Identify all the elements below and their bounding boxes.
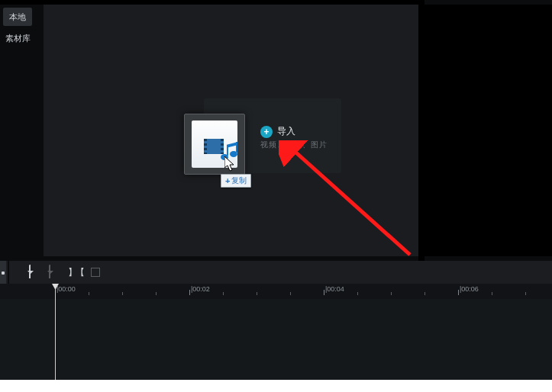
plus-icon: +	[225, 176, 230, 185]
split-button[interactable]: 】【	[66, 262, 86, 282]
media-pane[interactable]: + 导入 视频、音频、图片	[44, 5, 418, 256]
square-icon	[91, 268, 100, 277]
tick-major	[458, 290, 459, 295]
track-area[interactable]	[0, 299, 552, 380]
time-ruler[interactable]: |00:00|00:02|00:04|00:06	[0, 284, 552, 299]
editor-pane: 本地 素材库 + 导入 视频、音频、图片	[0, 0, 552, 261]
import-sublabel: 视频、音频、图片	[260, 140, 328, 150]
drag-copy-tooltip: + 复制	[221, 174, 251, 188]
sidebar-tab-label: 本地	[9, 11, 26, 23]
tick-minor	[391, 292, 392, 295]
music-note-icon	[221, 143, 237, 160]
tick-minor	[525, 292, 526, 295]
undo-button[interactable]	[20, 262, 40, 282]
tick-minor	[223, 292, 224, 295]
redo-button[interactable]	[40, 262, 60, 282]
media-sidebar: 本地 素材库	[0, 5, 44, 261]
media-file-icon	[192, 120, 237, 168]
tick-minor	[492, 292, 492, 295]
plus-icon: +	[260, 126, 273, 138]
tick-minor	[156, 292, 157, 295]
preview-pane[interactable]	[424, 5, 552, 256]
tick-minor	[257, 292, 257, 295]
drag-tooltip-text: 复制	[231, 175, 247, 186]
tick-minor	[290, 292, 291, 295]
playhead[interactable]	[55, 284, 56, 380]
timeline-toolbar: 】【	[0, 261, 552, 284]
tick-label: |00:00	[56, 285, 76, 293]
tick-label: |00:04	[325, 285, 344, 293]
crop-button[interactable]	[86, 262, 105, 282]
tick-minor	[424, 292, 425, 295]
split-icon: 】【	[68, 266, 83, 279]
sidebar-tab-label: 素材库	[5, 33, 31, 44]
pane-divider[interactable]	[418, 0, 424, 261]
timeline[interactable]: |00:00|00:02|00:04|00:06	[0, 284, 552, 380]
tick-label: |00:02	[191, 285, 210, 293]
redo-icon	[49, 266, 50, 278]
image-bottom-crop	[0, 380, 552, 392]
undo-icon	[29, 266, 31, 278]
import-button[interactable]: + 导入	[260, 125, 295, 138]
sidebar-tab-local[interactable]: 本地	[3, 8, 32, 26]
tick-major	[189, 290, 190, 295]
toolbar-handle-icon	[2, 272, 5, 275]
import-label: 导入	[277, 125, 295, 138]
tick-minor	[89, 292, 89, 295]
sidebar-tab-library[interactable]: 素材库	[3, 29, 32, 47]
tick-minor	[357, 292, 358, 295]
dragged-media-thumbnail[interactable]	[184, 114, 245, 175]
tick-minor	[122, 292, 123, 295]
toolbar-divider	[8, 261, 9, 284]
tick-major	[324, 290, 324, 295]
tick-label: |00:06	[460, 285, 479, 293]
